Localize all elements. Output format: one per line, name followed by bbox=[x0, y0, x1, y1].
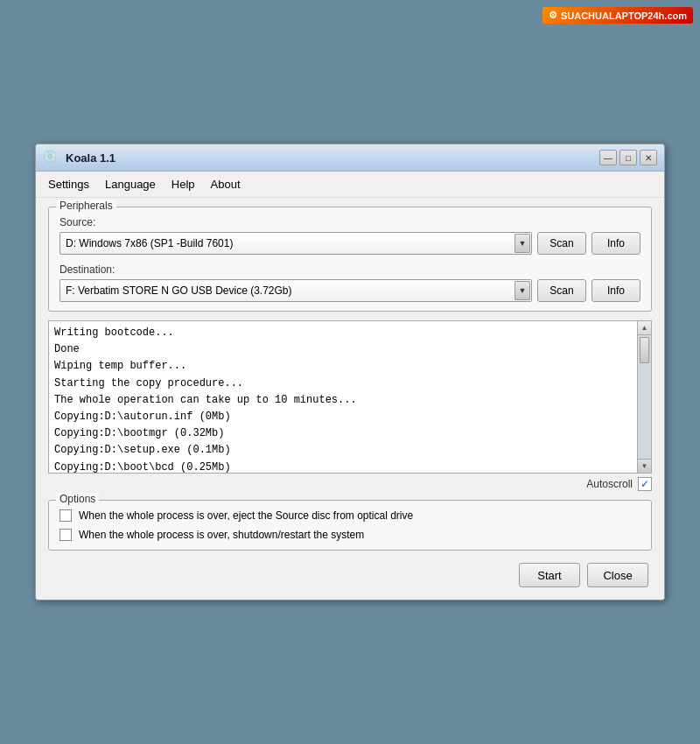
option2-checkbox[interactable] bbox=[60, 529, 72, 541]
log-text: Writing bootcode...DoneWiping temp buffe… bbox=[49, 321, 637, 473]
autoscroll-row: Autoscroll ✓ bbox=[48, 477, 652, 491]
autoscroll-label: Autoscroll bbox=[586, 478, 633, 490]
titlebar: 💿 Koala 1.1 — □ ✕ bbox=[36, 144, 664, 172]
source-label: Source: bbox=[60, 216, 640, 228]
window-title: Koala 1.1 bbox=[66, 151, 592, 165]
start-button[interactable]: Start bbox=[519, 563, 580, 587]
log-scrollbar: ▲ ▼ bbox=[637, 321, 651, 473]
watermark-icon: ⚙ bbox=[549, 10, 557, 21]
watermark: ⚙ SUACHUALAPTOP24h.com bbox=[542, 7, 693, 24]
close-button[interactable]: ✕ bbox=[640, 150, 657, 165]
scroll-track bbox=[638, 335, 651, 459]
menu-help[interactable]: Help bbox=[164, 175, 202, 193]
source-dropdown[interactable]: D: Windows 7x86 (SP1 -Build 7601) bbox=[60, 232, 532, 255]
menubar: Settings Language Help About bbox=[36, 172, 664, 198]
source-dropdown-wrapper: D: Windows 7x86 (SP1 -Build 7601) ▼ bbox=[60, 232, 532, 255]
menu-settings[interactable]: Settings bbox=[41, 175, 96, 193]
destination-label: Destination: bbox=[60, 263, 640, 276]
options-group: Options When the whole process is over, … bbox=[48, 500, 652, 551]
close-button-main[interactable]: Close bbox=[587, 563, 648, 587]
source-scan-button[interactable]: Scan bbox=[537, 232, 586, 255]
option2-text: When the whole process is over, shutdown… bbox=[79, 529, 364, 541]
destination-dropdown-wrapper: F: Verbatim STORE N GO USB Device (3.72G… bbox=[60, 279, 532, 302]
log-area-wrapper: Writing bootcode...DoneWiping temp buffe… bbox=[48, 320, 652, 474]
peripherals-group: Peripherals Source: D: Windows 7x86 (SP1… bbox=[48, 207, 652, 312]
option1-row: When the whole process is over, eject th… bbox=[60, 509, 640, 522]
log-inner: Writing bootcode...DoneWiping temp buffe… bbox=[49, 321, 637, 473]
content-area: Peripherals Source: D: Windows 7x86 (SP1… bbox=[36, 198, 664, 600]
peripherals-label: Peripherals bbox=[56, 200, 116, 212]
autoscroll-checkbox[interactable]: ✓ bbox=[638, 477, 652, 491]
source-info-button[interactable]: Info bbox=[592, 232, 640, 255]
menu-about[interactable]: About bbox=[204, 175, 248, 193]
destination-row: F: Verbatim STORE N GO USB Device (3.72G… bbox=[60, 279, 640, 302]
menu-language[interactable]: Language bbox=[98, 175, 163, 193]
source-row: D: Windows 7x86 (SP1 -Build 7601) ▼ Scan… bbox=[60, 232, 640, 255]
minimize-button[interactable]: — bbox=[599, 150, 617, 165]
main-window: 💿 Koala 1.1 — □ ✕ Settings Language Help… bbox=[35, 144, 665, 600]
destination-dropdown[interactable]: F: Verbatim STORE N GO USB Device (3.72G… bbox=[60, 279, 532, 302]
destination-scan-button[interactable]: Scan bbox=[537, 279, 586, 302]
bottom-buttons: Start Close bbox=[48, 563, 652, 587]
option1-text: When the whole process is over, eject th… bbox=[79, 509, 413, 522]
scroll-down-button[interactable]: ▼ bbox=[638, 459, 651, 473]
destination-info-button[interactable]: Info bbox=[592, 279, 640, 302]
options-label: Options bbox=[56, 493, 99, 505]
option2-row: When the whole process is over, shutdown… bbox=[60, 529, 640, 541]
maximize-button[interactable]: □ bbox=[620, 150, 637, 165]
scroll-up-button[interactable]: ▲ bbox=[638, 321, 651, 335]
watermark-text: SUACHUALAPTOP24h.com bbox=[561, 11, 687, 21]
app-icon: 💿 bbox=[43, 150, 59, 165]
option1-checkbox[interactable] bbox=[60, 509, 72, 522]
titlebar-controls: — □ ✕ bbox=[599, 150, 657, 165]
scroll-thumb[interactable] bbox=[640, 337, 649, 363]
